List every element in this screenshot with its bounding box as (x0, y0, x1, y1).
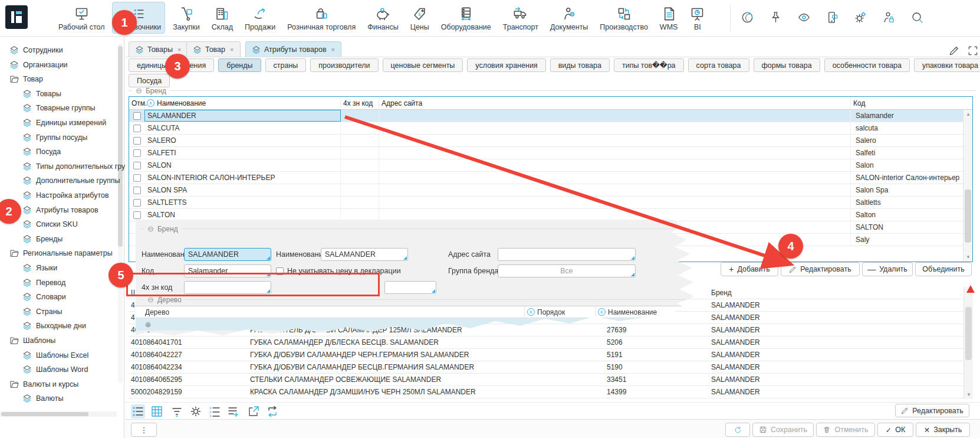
edit-button[interactable]: Редактировать (781, 262, 860, 276)
close-icon[interactable]: × (230, 46, 234, 53)
row-checkbox[interactable] (133, 149, 141, 157)
grid-icon[interactable] (150, 404, 164, 419)
subtab-4[interactable]: производители (310, 58, 378, 72)
name2-input[interactable] (321, 248, 408, 261)
brand-table-row[interactable]: SALCUTAsalcuta (129, 122, 972, 135)
collapse-icon[interactable]: ⊖ (136, 86, 142, 95)
menu-item-production[interactable]: Производство (596, 2, 652, 34)
add-button[interactable]: + Добавить (721, 262, 778, 276)
menu-item-transport[interactable]: Транспорт (499, 2, 542, 34)
close-button[interactable]: ✕ Закрыть (916, 423, 970, 437)
brand-table-row[interactable]: SALTLETTSSaltletts (129, 197, 972, 209)
menu-item-bi[interactable]: BI (685, 2, 709, 34)
brand-table-row[interactable]: SALON-INTERIOR САЛОН-ИНТЕРЬЕРSALON-inter… (129, 172, 972, 184)
collapse-icon[interactable]: ⊖ (147, 224, 154, 233)
sidebar-item[interactable]: Товар (9, 73, 43, 86)
tree-column-header[interactable]: Дерево (136, 306, 525, 318)
row-checkbox[interactable] (133, 199, 141, 207)
menu-item-wms[interactable]: WMS (656, 2, 682, 34)
sidebar-item[interactable]: Выходные дни (22, 319, 86, 332)
sidebar-item[interactable]: Настройка атрибутов (22, 189, 109, 202)
menu-item-documents[interactable]: Документы (546, 2, 592, 34)
brand-table-row[interactable]: SALTONSalton (129, 209, 972, 221)
menu-item-warehouse[interactable]: Склад (208, 2, 237, 34)
device-message-icon[interactable] (826, 11, 839, 24)
column-header-website[interactable]: Адрес сайта (379, 97, 851, 109)
eye-icon[interactable] (797, 11, 811, 24)
sidebar-item[interactable]: Языки (22, 262, 57, 274)
pin-icon[interactable] (769, 11, 782, 24)
subtab-6[interactable]: условия хранения (467, 58, 545, 72)
sidebar-item[interactable]: Бренды (22, 233, 63, 246)
brand-table-row[interactable]: SALFETISalfeti (129, 147, 972, 159)
pie-chart-icon[interactable] (741, 11, 754, 24)
column-header-code4[interactable]: 4х зн код (341, 97, 379, 109)
sidebar-item[interactable]: Посуда (22, 145, 61, 158)
open-external-icon[interactable] (246, 404, 261, 419)
close-icon[interactable]: × (331, 46, 335, 53)
column-header-name[interactable]: ∧ Наименование (144, 97, 341, 109)
cancel-button[interactable]: Отменить (816, 423, 875, 437)
filter-icon[interactable] (170, 404, 184, 419)
brand-table-row[interactable]: SALAMANDERSalamander (129, 110, 972, 122)
more-menu-button[interactable]: ⋮ (131, 423, 157, 437)
product-row[interactable]: 4010864042227ГУБКА Д/ОБУВИ САЛАМАНДЕР ЧЕ… (129, 349, 973, 361)
list-view-icon[interactable] (131, 404, 145, 419)
tab-3[interactable]: Атрибуты товаров× (245, 41, 341, 57)
menu-item-prices[interactable]: $Цены (406, 2, 433, 34)
sidebar-item[interactable]: Шаблоны (9, 334, 55, 347)
menu-item-purchases[interactable]: Закупки (169, 2, 204, 34)
subtab-12[interactable]: упаковки товара (914, 58, 980, 72)
close-icon[interactable]: × (177, 46, 181, 53)
sidebar-item[interactable]: Шаблоны Word (22, 363, 88, 376)
sort-asc-icon[interactable]: ∧ (147, 99, 154, 107)
sidebar-item[interactable]: Валюты (22, 392, 63, 405)
brand-table-row[interactable]: SALON SPASalon Spa (129, 184, 972, 197)
row-checkbox[interactable] (133, 137, 141, 145)
fullscreen-icon[interactable] (967, 45, 979, 57)
brand-table-row[interactable]: SALONSalon (129, 159, 972, 172)
product-row[interactable]: 4010864041701ГУБКА САЛАМАНДЕР Д/БЛЕСКА Б… (129, 336, 973, 349)
user-lock-icon[interactable] (882, 11, 896, 24)
sort-asc-icon[interactable]: ∧ (598, 308, 606, 316)
scroll-up-icon[interactable]: ▲ (963, 112, 973, 117)
product-row[interactable]: 5000204829159КРАСКА САЛАМАНДЕР Д/ЗАМШИ/Н… (129, 386, 973, 398)
sidebar-vertical-scrollbar[interactable] (118, 44, 123, 383)
sidebar-horizontal-scrollbar[interactable] (0, 411, 117, 417)
subtab-2[interactable]: бренды (218, 58, 261, 72)
sidebar-item[interactable]: Страны (22, 305, 63, 318)
menu-item-finance[interactable]: Финансы (363, 2, 402, 34)
ok-button[interactable]: ✓ ОК (877, 423, 913, 437)
sidebar-item[interactable]: Группы посуды (22, 131, 87, 144)
sidebar-item[interactable]: Дополнительные группы (22, 174, 120, 187)
scroll-down-icon[interactable]: ▼ (963, 254, 973, 260)
sidebar-item[interactable]: Перевод (22, 276, 65, 289)
subtab-5[interactable]: ценовые сегменты (383, 58, 463, 72)
sidebar-item[interactable]: Списки SKU (22, 218, 78, 231)
products-table-scrollbar[interactable]: ▼ (963, 287, 973, 399)
brand-group-input[interactable] (498, 264, 636, 277)
menu-item-desktop[interactable]: Рабочий стол (54, 2, 108, 34)
brand-table-scrollbar[interactable]: ▲ ▼ (963, 110, 972, 262)
add-row-icon[interactable] (226, 404, 241, 419)
merge-button[interactable]: Объединить (915, 262, 972, 276)
app-logo[interactable] (5, 5, 28, 29)
subtab-row2-1[interactable]: Посуда (129, 74, 170, 87)
edit-pencil-icon[interactable] (948, 45, 960, 57)
column-header-code[interactable]: Код (851, 97, 972, 109)
settings-icon[interactable] (854, 11, 867, 24)
row-checkbox[interactable] (133, 187, 141, 194)
save-button[interactable]: Сохранить (752, 423, 814, 437)
sidebar-item[interactable]: Атрибуты товаров (22, 204, 98, 217)
menu-item-sales[interactable]: Продажи (241, 2, 279, 34)
row-checkbox[interactable] (133, 211, 141, 219)
tab-2[interactable]: Товар× (186, 41, 241, 57)
sidebar-item[interactable]: Организации (9, 58, 68, 71)
tree-expand-cell[interactable]: ⊕ (136, 321, 525, 329)
sidebar-item[interactable]: Шаблоны Excel (22, 349, 88, 362)
product-row[interactable]: 4010864065295СТЕЛЬКИ САЛАМАНДЕР ОСВЕЖАЮЩ… (129, 374, 973, 386)
sidebar-item[interactable]: Товары (22, 87, 61, 100)
sidebar-item[interactable]: Единицы измерений (22, 116, 106, 129)
expand-icon[interactable]: ⊕ (145, 321, 151, 329)
subtab-8[interactable]: типы тов��ра (614, 58, 684, 72)
